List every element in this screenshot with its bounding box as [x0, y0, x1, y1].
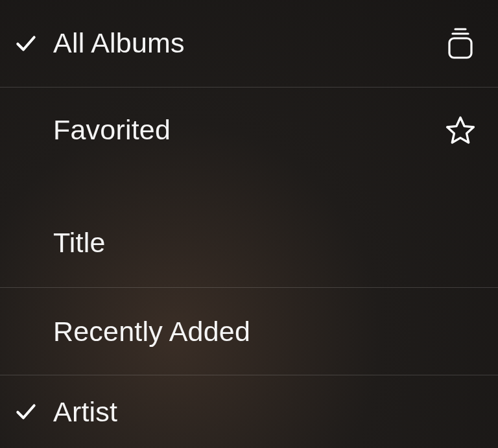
sort-item-artist[interactable]: Artist: [0, 375, 498, 448]
filter-item-all-albums[interactable]: All Albums: [0, 0, 498, 87]
menu-item-label: Artist: [53, 396, 480, 428]
menu-item-label: Recently Added: [53, 316, 480, 348]
svg-marker-3: [447, 117, 474, 143]
menu-item-label: All Albums: [53, 27, 441, 59]
album-filter-sort-menu: All Albums Favorited Title Recently Adde…: [0, 0, 498, 448]
checkmark-icon: [9, 399, 43, 424]
sort-item-title[interactable]: Title: [0, 199, 498, 287]
sort-item-recently-added[interactable]: Recently Added: [0, 287, 498, 375]
stack-icon: [441, 27, 480, 60]
star-icon: [441, 114, 480, 147]
svg-rect-2: [449, 38, 471, 58]
menu-item-label: Favorited: [53, 114, 441, 146]
filter-item-favorited[interactable]: Favorited: [0, 87, 498, 174]
menu-item-label: Title: [53, 227, 480, 259]
section-gap: [0, 173, 498, 199]
checkmark-icon: [9, 31, 43, 56]
